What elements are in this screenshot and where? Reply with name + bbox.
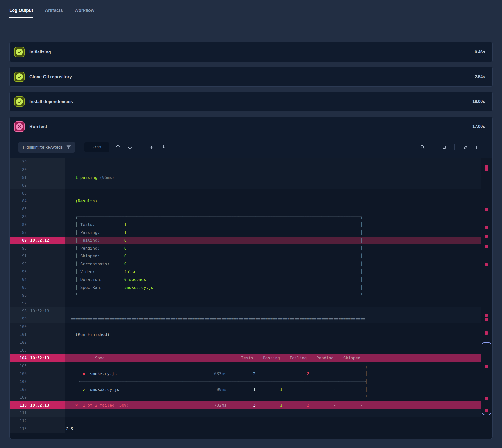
line-number[interactable]: 112 [10,417,27,425]
step-card-run-test: Run test 17.00s Highlight for keywords -… [9,116,493,439]
next-match-button[interactable] [126,143,135,152]
line-number[interactable]: 109 [10,394,27,401]
line-number[interactable]: 107 [10,378,27,386]
log-line-content [65,299,481,307]
tab-artifacts[interactable]: Artifacts [45,8,63,18]
line-number[interactable]: 89 [10,237,27,244]
line-number[interactable]: 94 [10,276,27,284]
log-output: 798081 1 passing (95ms)828384 (Results)8… [10,158,492,439]
line-number[interactable]: 110 [10,401,27,409]
tab-workflow[interactable]: Workflow [75,8,94,18]
line-number[interactable]: 100 [10,323,27,331]
match-marker [485,235,488,238]
line-number[interactable]: 90 [10,244,27,252]
log-line-content: │ Skipped: 0 │ [65,252,481,260]
log-line-content: │ Spec Ran: smoke2.cy.js │ [65,284,481,291]
line-number[interactable]: 95 [10,284,27,291]
log-gutter: 85 [10,205,65,213]
log-gutter: 100 [10,323,65,331]
fullscreen-button[interactable] [461,143,470,152]
line-number[interactable]: 88 [10,229,27,237]
log-line: 100 [10,323,492,331]
success-status-icon [14,47,25,57]
log-line: 112 [10,417,492,425]
line-number[interactable]: 93 [10,268,27,276]
copy-icon [474,144,480,150]
step-card-clone-git-repository[interactable]: Clone Git repository2.54s [9,67,493,87]
log-line-content: 1 passing (95ms) [65,174,481,182]
line-number[interactable]: 104 [10,354,27,362]
toolbar-divider [412,144,412,150]
line-number[interactable]: 85 [10,205,27,213]
search-icon [420,144,426,150]
log-gutter: 108 [10,386,65,394]
log-scrollbar[interactable] [481,158,492,439]
wrap-lines-button[interactable] [440,143,448,152]
line-number[interactable]: 111 [10,409,27,417]
line-number[interactable]: 96 [10,291,27,299]
toolbar-divider [141,144,141,150]
line-number[interactable]: 97 [10,299,27,307]
line-number[interactable]: 83 [10,189,27,197]
line-number[interactable]: 108 [10,386,27,394]
line-number[interactable]: 113 [10,425,27,433]
line-number[interactable]: 102 [10,338,27,346]
log-line: 108 │ ✔ smoke2.cy.js 99ms 1 1 - - - │ [10,386,492,394]
success-status-icon [14,96,25,107]
line-number[interactable]: 99 [10,315,27,323]
line-number[interactable]: 87 [10,221,27,229]
build-log-page: Log OutputArtifactsWorkflow Initializing… [0,0,502,439]
line-number[interactable]: 105 [10,362,27,370]
jump-to-bottom-button[interactable] [159,143,168,152]
log-line: 80 [10,166,492,174]
log-line: 1137 8 [10,425,492,433]
log-line-content [65,417,481,425]
log-gutter: 87 [10,221,65,229]
line-number[interactable]: 80 [10,166,27,174]
success-status-icon [14,72,25,82]
scrollbar-thumb[interactable] [482,342,491,415]
log-line: 82 [10,182,492,189]
log-line-content [65,323,481,331]
tab-log-output[interactable]: Log Output [9,8,33,18]
line-number[interactable]: 98 [10,307,27,315]
log-gutter: 95 [10,284,65,291]
log-line-content: │ ✖ smoke.cy.js 633ms 2 - 2 - - │ [65,370,481,378]
match-marker [485,168,488,171]
log-gutter: 94 [10,276,65,284]
failed-status-icon [14,121,25,132]
step-duration: 0.46s [474,49,485,54]
run-test-header[interactable]: Run test 17.00s [10,117,492,136]
line-number[interactable]: 79 [10,158,27,166]
line-number[interactable]: 103 [10,346,27,354]
line-number[interactable]: 92 [10,260,27,268]
log-gutter: 105 [10,362,65,370]
step-card-initializing[interactable]: Initializing0.46s [9,42,493,62]
line-number[interactable]: 81 [10,174,27,182]
line-number[interactable]: 106 [10,370,27,378]
log-line-content: └───────────────────────────────────────… [65,394,481,401]
log-gutter: 93 [10,268,65,276]
line-number[interactable]: 84 [10,197,27,205]
align-top-icon [149,144,154,150]
match-marker [485,208,488,211]
line-number[interactable]: 86 [10,213,27,221]
line-number[interactable]: 82 [10,182,27,189]
match-counter: - / 13 [84,142,109,152]
keyword-filter-button[interactable]: Highlight for keywords [18,142,75,153]
step-label: Install dependencies [30,99,73,104]
log-line: 84 (Results) [10,197,492,205]
line-number[interactable]: 101 [10,331,27,338]
line-number[interactable]: 91 [10,252,27,260]
log-line: 102 [10,338,492,346]
previous-match-button[interactable] [113,143,122,152]
jump-to-top-button[interactable] [147,143,156,152]
log-line-content: │ Video: false │ [65,268,481,276]
log-line: 97 [10,299,492,307]
log-line-content [65,338,481,346]
match-marker [485,245,488,248]
log-line: 11010:52:13 ✖ 1 of 2 failed (50%) 732ms … [10,401,492,409]
step-card-install-dependencies[interactable]: Install dependencies18.00s [9,92,493,112]
copy-log-button[interactable] [473,143,482,152]
search-button[interactable] [418,143,427,152]
